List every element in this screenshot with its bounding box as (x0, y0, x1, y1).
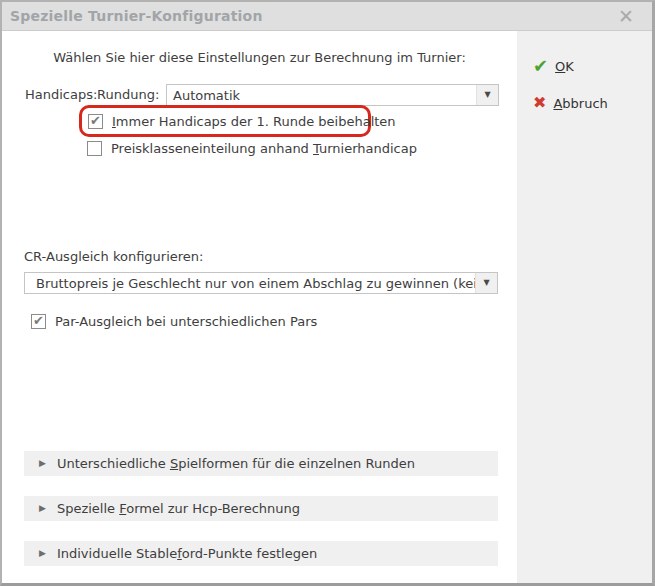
highlight-annotation: ✔ Immer Handicaps der 1. Runde beibehalt… (79, 105, 371, 137)
cr-ausgleich-dropdown[interactable]: Bruttopreis je Geschlecht nur von einem … (24, 272, 498, 294)
triangle-right-icon: ▶ (39, 504, 46, 513)
triangle-right-icon: ▶ (39, 549, 46, 558)
chevron-down-icon: ▼ (484, 91, 490, 99)
cr-ausgleich-label: CR-Ausgleich konfigurieren: (24, 246, 203, 268)
dialog-title: Spezielle Turnier-Konfiguration (10, 8, 263, 24)
dialog-spezielle-turnier-konfiguration: Spezielle Turnier-Konfiguration ✕ Wählen… (0, 0, 655, 586)
section-individuelle-stableford[interactable]: ▶ Individuelle Stableford-Punkte festleg… (24, 541, 498, 566)
section-label: Unterschiedliche Spielformen für die ein… (57, 456, 415, 471)
rounding-label: Rundung: (97, 84, 159, 106)
cancel-button[interactable]: ✖ Abbruch (533, 95, 608, 111)
cancel-button-label: Abbruch (553, 96, 607, 111)
chevron-down-icon: ▼ (483, 279, 489, 287)
handicaps-label: Handicaps: (25, 84, 97, 106)
checkbox-keep-first-round-label: Immer Handicaps der 1. Runde beibehalten (112, 114, 396, 129)
check-icon: ✔ (533, 57, 548, 75)
checkbox-price-class-label: Preisklasseneinteilung anhand Turnierhan… (111, 141, 417, 156)
checkbox-price-class-by-tournament-hcp[interactable] (87, 141, 102, 156)
cr-ausgleich-dropdown-value: Bruttopreis je Geschlecht nur von einem … (25, 273, 475, 293)
title-bar: Spezielle Turnier-Konfiguration ✕ (2, 2, 652, 31)
rounding-dropdown-value: Automatik (167, 85, 476, 105)
section-label: Spezielle Formel zur Hcp-Berechnung (57, 501, 300, 516)
x-icon: ✖ (533, 95, 546, 111)
cr-ausgleich-dropdown-arrow-button[interactable]: ▼ (475, 273, 497, 293)
checkbox-keep-first-round-handicaps[interactable]: ✔ (88, 114, 103, 129)
checkmark-icon: ✔ (33, 314, 44, 327)
close-icon: ✕ (618, 7, 634, 26)
section-spezielle-formel[interactable]: ▶ Spezielle Formel zur Hcp-Berechnung (24, 496, 498, 521)
action-panel: ✔ OK ✖ Abbruch (517, 31, 652, 583)
checkmark-icon: ✔ (90, 114, 101, 127)
main-panel: Wählen Sie hier diese Einstellungen zur … (2, 31, 517, 583)
triangle-right-icon: ▶ (39, 459, 46, 468)
rounding-dropdown[interactable]: Automatik ▼ (166, 84, 499, 106)
section-label: Individuelle Stableford-Punkte festlegen (57, 546, 317, 561)
instruction-text: Wählen Sie hier diese Einstellungen zur … (2, 50, 517, 65)
close-button[interactable]: ✕ (614, 4, 638, 28)
checkbox-par-ausgleich-label: Par-Ausgleich bei unterschiedlichen Pars (55, 314, 317, 329)
section-unterschiedliche-spielformen[interactable]: ▶ Unterschiedliche Spielformen für die e… (24, 451, 498, 476)
checkbox-par-ausgleich[interactable]: ✔ (31, 314, 46, 329)
ok-button[interactable]: ✔ OK (533, 57, 574, 75)
ok-button-label: OK (555, 59, 574, 74)
rounding-dropdown-arrow-button[interactable]: ▼ (476, 85, 498, 105)
